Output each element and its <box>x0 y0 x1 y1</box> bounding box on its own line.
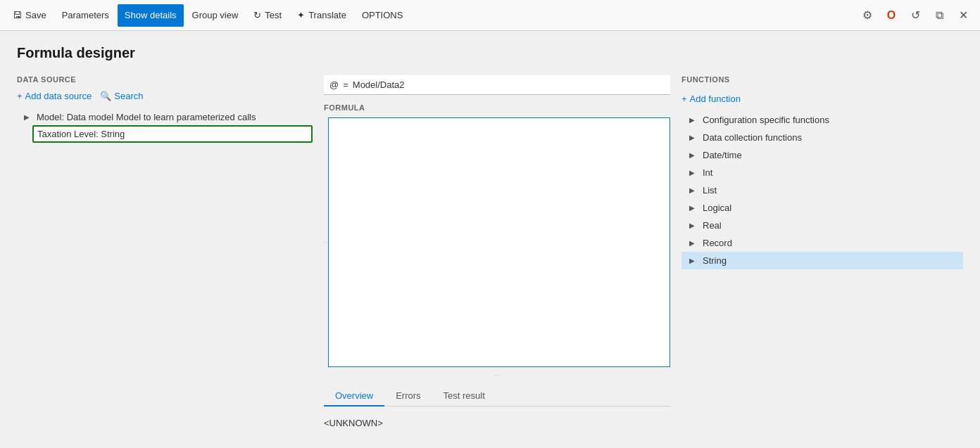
function-label-datetime: Date/time <box>703 150 742 160</box>
formula-panel: @ = Model/Data2 FORMULA ⋮ ⋯ Overview Err… <box>313 75 681 434</box>
function-chevron-logical: ▶ <box>687 203 697 213</box>
add-function-icon: + <box>681 94 687 104</box>
translate-button[interactable]: ✦ Translate <box>290 4 353 27</box>
save-button[interactable]: 🖫 Save <box>6 4 54 27</box>
function-chevron-real: ▶ <box>687 221 697 231</box>
translate-icon: ✦ <box>297 10 305 20</box>
refresh-icon-button[interactable]: ↺ <box>904 4 926 27</box>
tree-item-model[interactable]: ▶ Model: Data model Model to learn param… <box>17 108 313 125</box>
options-button[interactable]: OPTIONS <box>355 4 410 27</box>
search-datasource-button[interactable]: 🔍 Search <box>100 89 143 103</box>
tab-overview[interactable]: Overview <box>324 386 384 407</box>
add-function-button[interactable]: + Add function <box>681 92 963 105</box>
tab-test-result[interactable]: Test result <box>432 386 496 407</box>
datasource-panel-label: DATA SOURCE <box>17 75 313 84</box>
add-datasource-icon: + <box>17 91 23 101</box>
function-label-real: Real <box>703 220 722 231</box>
function-chevron-string: ▶ <box>687 256 697 266</box>
formula-editor[interactable] <box>328 117 670 367</box>
function-item-datacollection[interactable]: ▶ Data collection functions <box>681 129 963 146</box>
function-item-list[interactable]: ▶ List <box>681 181 963 199</box>
formula-path: @ = Model/Data2 <box>324 75 670 95</box>
function-item-datetime[interactable]: ▶ Date/time <box>681 146 963 164</box>
datasource-actions: + Add data source 🔍 Search <box>17 89 313 103</box>
main-content: Formula designer DATA SOURCE + Add data … <box>0 31 980 448</box>
content-area: DATA SOURCE + Add data source 🔍 Search ▶… <box>17 75 963 434</box>
formula-panel-label: FORMULA <box>324 103 670 112</box>
save-icon: 🖫 <box>13 10 22 20</box>
function-chevron-int: ▶ <box>687 168 697 178</box>
test-button[interactable]: ↻ Test <box>246 4 289 27</box>
group-view-button[interactable]: Group view <box>185 4 246 27</box>
function-label-logical: Logical <box>703 203 731 213</box>
parameters-button[interactable]: Parameters <box>55 4 116 27</box>
function-chevron-list: ▶ <box>687 186 697 196</box>
add-datasource-label: Add data source <box>25 91 92 101</box>
tree-item-taxation-label: Taxation Level: String <box>37 129 125 139</box>
search-icon: 🔍 <box>100 91 111 101</box>
function-label-datacollection: Data collection functions <box>703 132 802 143</box>
close-icon-button[interactable]: ✕ <box>952 4 974 27</box>
tab-errors[interactable]: Errors <box>384 386 432 407</box>
tree-item-model-label: Model: Data model Model to learn paramet… <box>37 112 256 122</box>
function-item-record[interactable]: ▶ Record <box>681 234 963 252</box>
add-datasource-button[interactable]: + Add data source <box>17 89 92 103</box>
function-chevron-record: ▶ <box>687 238 697 248</box>
formula-tabs: Overview Errors Test result <box>324 385 670 407</box>
restore-icon: ⧉ <box>936 9 943 22</box>
office-icon-button[interactable]: O <box>880 4 903 27</box>
office-icon: O <box>887 9 896 22</box>
functions-panel-label: FUNCTIONS <box>681 75 963 84</box>
restore-icon-button[interactable]: ⧉ <box>928 4 950 27</box>
tree-item-taxation[interactable]: Taxation Level: String <box>32 125 313 143</box>
datasource-panel: DATA SOURCE + Add data source 🔍 Search ▶… <box>17 75 313 434</box>
toolbar: 🖫 Save Parameters Show details Group vie… <box>0 0 980 31</box>
settings-icon-button[interactable]: ⚙ <box>856 4 879 27</box>
function-label-int: Int <box>703 167 712 178</box>
tree-chevron-model: ▶ <box>21 111 32 122</box>
show-details-button[interactable]: Show details <box>118 4 184 27</box>
settings-icon: ⚙ <box>862 8 872 22</box>
function-label-string: String <box>703 255 727 266</box>
function-chevron-datetime: ▶ <box>687 151 697 160</box>
functions-list: ▶ Configuration specific functions ▶ Dat… <box>681 111 963 434</box>
datasource-tree: ▶ Model: Data model Model to learn param… <box>17 108 313 434</box>
functions-panel: FUNCTIONS + Add function ▶ Configuration… <box>681 75 963 434</box>
formula-result-value: <UNKNOWN> <box>324 418 383 428</box>
function-item-real[interactable]: ▶ Real <box>681 217 963 234</box>
formula-result: <UNKNOWN> <box>324 412 670 434</box>
function-item-int[interactable]: ▶ Int <box>681 164 963 181</box>
horizontal-resize-handle[interactable]: ⋯ <box>324 373 670 377</box>
search-label: Search <box>114 91 143 101</box>
test-icon: ↻ <box>253 10 261 20</box>
add-function-label: Add function <box>690 94 741 104</box>
function-label-record: Record <box>703 238 732 248</box>
function-label-list: List <box>703 185 717 196</box>
function-label-config: Configuration specific functions <box>703 115 829 125</box>
refresh-icon: ↺ <box>911 8 920 22</box>
function-item-config[interactable]: ▶ Configuration specific functions <box>681 111 963 129</box>
function-item-logical[interactable]: ▶ Logical <box>681 199 963 217</box>
function-chevron-config: ▶ <box>687 115 697 125</box>
function-item-string[interactable]: ▶ String <box>681 252 963 269</box>
formula-path-equals: = <box>343 79 348 90</box>
function-chevron-datacollection: ▶ <box>687 133 697 143</box>
close-icon: ✕ <box>959 8 968 22</box>
formula-path-at: @ <box>329 79 339 90</box>
page-title: Formula designer <box>17 45 963 61</box>
formula-path-value: Model/Data2 <box>353 79 405 90</box>
